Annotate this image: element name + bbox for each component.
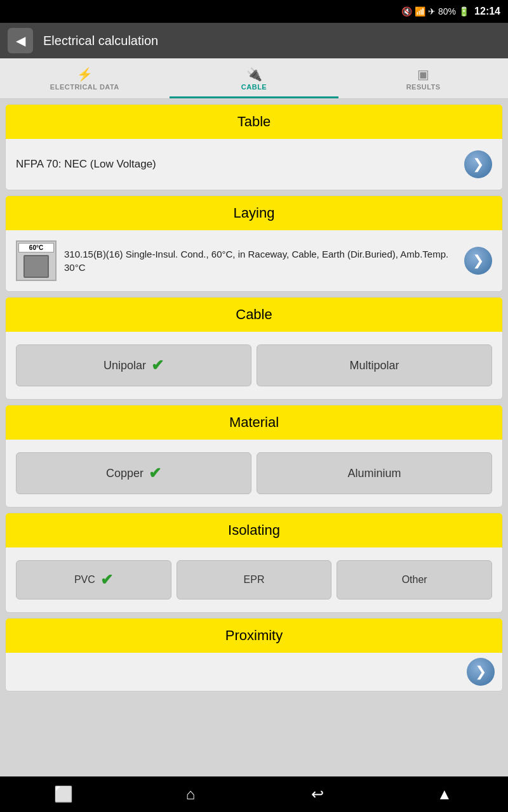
menu-button[interactable]: ▲ — [427, 780, 462, 808]
material-header: Material — [6, 405, 502, 440]
status-bar: 🔇 📶 ✈ 80% 🔋 12:14 — [0, 0, 508, 23]
cable-visual — [23, 255, 49, 278]
isolating-section: Isolating PVC ✔ EPR Other — [5, 513, 503, 613]
laying-body: 60°C 310.15(B)(16) Single-Insul. Cond., … — [6, 230, 502, 291]
cable-multipolar-button[interactable]: Multipolar — [257, 344, 492, 386]
cable-multipolar-label: Multipolar — [349, 359, 399, 372]
material-aluminium-button[interactable]: Aluminium — [257, 452, 492, 494]
tab-results-label: RESULTS — [406, 83, 441, 91]
proximity-section: Proximity ❯ — [5, 618, 503, 691]
laying-description: 310.15(B)(16) Single-Insul. Cond., 60°C,… — [64, 247, 457, 274]
home-button[interactable]: ⌂ — [173, 780, 208, 808]
laying-section: Laying 60°C 310.15(B)(16) Single-Insul. … — [5, 195, 503, 292]
top-bar: ◀ Electrical calculation — [0, 23, 508, 58]
tab-bar: ⚡ ELECTRICAL DATA 🔌 CABLE ▣ RESULTS — [0, 58, 508, 99]
proximity-body: ❯ — [6, 653, 502, 691]
isolating-body: PVC ✔ EPR Other — [6, 547, 502, 612]
mute-icon: 🔇 — [401, 6, 412, 16]
bottom-nav: ⬜ ⌂ ↩ ▲ — [0, 776, 508, 812]
home-icon: ⌂ — [186, 785, 196, 803]
status-time: 12:14 — [474, 6, 500, 17]
wifi-icon: 📶 — [415, 6, 425, 16]
tab-electrical-data-label: ELECTRICAL DATA — [50, 83, 119, 91]
material-copper-check: ✔ — [149, 464, 161, 482]
page-title: Electrical calculation — [43, 34, 158, 48]
back-nav-icon: ↩ — [311, 785, 324, 803]
material-body: Copper ✔ Aluminium — [6, 440, 502, 507]
isolating-epr-label: EPR — [244, 574, 265, 586]
menu-icon: ▲ — [437, 785, 452, 803]
tab-electrical-data[interactable]: ⚡ ELECTRICAL DATA — [0, 58, 170, 98]
back-button[interactable]: ◀ — [8, 28, 33, 53]
laying-header: Laying — [6, 196, 502, 230]
cable-unipolar-check: ✔ — [151, 357, 164, 374]
results-icon: ▣ — [417, 67, 429, 82]
material-section: Material Copper ✔ Aluminium — [5, 405, 503, 508]
material-copper-label: Copper — [106, 467, 144, 480]
isolating-pvc-check: ✔ — [100, 571, 113, 589]
airplane-icon: ✈ — [428, 6, 436, 16]
electrical-data-icon: ⚡ — [77, 67, 93, 82]
isolating-other-button[interactable]: Other — [337, 560, 492, 599]
table-body: NFPA 70: NEC (Low Voltage) ❯ — [6, 139, 502, 190]
cable-unipolar-button[interactable]: Unipolar ✔ — [16, 344, 251, 386]
isolating-other-label: Other — [402, 574, 427, 586]
proximity-arrow-button[interactable]: ❯ — [467, 658, 495, 686]
laying-row: 60°C 310.15(B)(16) Single-Insul. Cond., … — [13, 237, 495, 285]
battery-percent: 80% — [438, 6, 456, 16]
table-header: Table — [6, 105, 502, 139]
isolating-toggle-row: PVC ✔ EPR Other — [13, 554, 495, 606]
tab-cable-label: CABLE — [241, 83, 267, 91]
recents-icon: ⬜ — [54, 785, 73, 803]
laying-icon: 60°C — [16, 240, 57, 281]
cable-icon: 🔌 — [246, 67, 262, 82]
isolating-header: Isolating — [6, 513, 502, 547]
cable-unipolar-label: Unipolar — [104, 359, 146, 372]
cable-section: Cable Unipolar ✔ Multipolar — [5, 297, 503, 400]
back-nav-button[interactable]: ↩ — [300, 780, 335, 808]
isolating-epr-button[interactable]: EPR — [177, 560, 332, 599]
laying-arrow-button[interactable]: ❯ — [464, 247, 492, 275]
proximity-header: Proximity — [6, 619, 502, 653]
tab-cable[interactable]: 🔌 CABLE — [170, 58, 339, 98]
table-standard-text: NFPA 70: NEC (Low Voltage) — [16, 158, 156, 171]
material-toggle-row: Copper ✔ Aluminium — [13, 446, 495, 501]
isolating-pvc-label: PVC — [74, 574, 95, 586]
table-arrow-button[interactable]: ❯ — [464, 150, 492, 178]
tab-results[interactable]: ▣ RESULTS — [338, 58, 508, 98]
material-copper-button[interactable]: Copper ✔ — [16, 452, 251, 494]
isolating-pvc-button[interactable]: PVC ✔ — [16, 560, 171, 599]
battery-icon: 🔋 — [458, 6, 469, 16]
temp-label: 60°C — [18, 243, 54, 252]
cable-header: Cable — [6, 298, 502, 332]
table-row: NFPA 70: NEC (Low Voltage) ❯ — [13, 145, 495, 183]
table-section: Table NFPA 70: NEC (Low Voltage) ❯ — [5, 104, 503, 190]
material-aluminium-label: Aluminium — [347, 467, 401, 480]
status-icons: 🔇 📶 ✈ 80% 🔋 — [401, 6, 469, 16]
cable-toggle-row: Unipolar ✔ Multipolar — [13, 338, 495, 393]
main-content: Table NFPA 70: NEC (Low Voltage) ❯ Layin… — [0, 99, 508, 776]
recents-button[interactable]: ⬜ — [46, 780, 81, 808]
cable-body: Unipolar ✔ Multipolar — [6, 332, 502, 399]
